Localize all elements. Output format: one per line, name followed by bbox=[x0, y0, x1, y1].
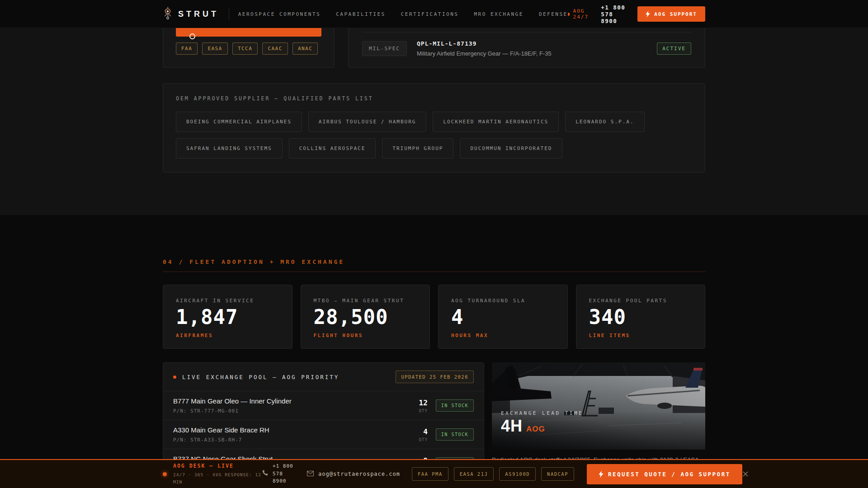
oem-chip-ducommun: DUCOMMUN INCORPORATED bbox=[460, 138, 562, 159]
stat-unit: FLIGHT HOURS bbox=[314, 333, 417, 338]
oem-supplier-card: OEM APPROVED SUPPLIER — QUALIFIED PARTS … bbox=[163, 83, 705, 173]
top-nav: STRUT AEROSPACE COMPONENTS CAPABILITIES … bbox=[0, 0, 868, 28]
pool-row-b777: B777 Main Gear Oleo — Inner Cylinder P/N… bbox=[163, 391, 484, 420]
footer-cert-badges: FAA PMA EASA 21J AS9100D NADCAP bbox=[412, 467, 574, 481]
milspec-tag: MIL-SPEC bbox=[362, 41, 407, 56]
aog-247-status: AOG 24/7 bbox=[568, 8, 590, 20]
brand-name: STRUT bbox=[178, 9, 219, 19]
pool-title: LIVE EXCHANGE POOL — AOG PRIORITY bbox=[182, 374, 396, 380]
oem-chip-triumph: TRIUMPH GROUP bbox=[382, 138, 453, 159]
badge-easa-21j: EASA 21J bbox=[454, 467, 494, 481]
stat-label: AOG TURNAROUND SLA bbox=[451, 298, 555, 304]
request-quote-button[interactable]: REQUEST QUOTE / AOG SUPPORT bbox=[587, 464, 742, 484]
strut-logo-icon bbox=[163, 6, 173, 22]
brand[interactable]: STRUT bbox=[163, 6, 219, 22]
exchange-lead-unit: AOG bbox=[526, 425, 545, 434]
badge-faa: FAA bbox=[176, 42, 198, 55]
footer-email-link[interactable]: aog@strutaerospace.com bbox=[307, 470, 400, 478]
nav-phone-link[interactable]: +1 800 578 8900 bbox=[601, 4, 627, 24]
live-dot-icon bbox=[173, 375, 176, 379]
pool-row-a330: A330 Main Gear Side Brace RH P/N: STR-A3… bbox=[163, 420, 484, 449]
phone-icon bbox=[262, 470, 268, 478]
stat-mtbo: MTBO — MAIN GEAR STRUT 28,500 FLIGHT HOU… bbox=[301, 285, 430, 349]
milspec-description: Military Airfield Emergency Gear — F/A-1… bbox=[417, 50, 657, 57]
part-number: P/N: STR-A33-SB-RH-7 bbox=[173, 437, 412, 443]
nav-link-defense[interactable]: DEFENSE bbox=[539, 11, 568, 17]
section-heading: 04 / FLEET ADOPTION + MRO EXCHANGE bbox=[163, 258, 705, 265]
aog-desk-status: AOG DESK — LIVE 24/7 · 365 · AVG RESPONS… bbox=[173, 463, 262, 485]
badge-as9100d: AS9100D bbox=[499, 467, 536, 481]
section-rule bbox=[163, 272, 705, 272]
stat-exchange-pool: EXCHANGE POOL PARTS 340 LINE ITEMS bbox=[576, 285, 706, 349]
stat-aircraft-in-service: AIRCRAFT IN SERVICE 1,847 AIRFRAMES bbox=[163, 285, 292, 349]
hangar-photo: EXCHANGE LEAD TIME 4H AOG bbox=[492, 362, 705, 450]
stat-unit: LINE ITEMS bbox=[589, 333, 693, 338]
badge-faa-pma: FAA PMA bbox=[412, 467, 448, 481]
nav-link-mro-exchange[interactable]: MRO EXCHANGE bbox=[474, 11, 523, 17]
nav-link-certifications[interactable]: CERTIFICATIONS bbox=[401, 11, 459, 17]
stat-value: 1,847 bbox=[176, 307, 279, 327]
certifications-section: FAA EASA TCCA CAAC ANAC MIL-SPEC QPL-MIL… bbox=[0, 0, 868, 215]
badge-caac: CAAC bbox=[262, 42, 288, 55]
stat-label: AIRCRAFT IN SERVICE bbox=[176, 298, 279, 304]
aog-desk-title: AOG DESK — LIVE bbox=[173, 463, 262, 469]
fleet-mro-section: 04 / FLEET ADOPTION + MRO EXCHANGE AIRCR… bbox=[0, 215, 868, 488]
oem-chip-collins: COLLINS AEROSPACE bbox=[289, 138, 376, 159]
live-dot-icon bbox=[568, 13, 570, 16]
badge-easa: EASA bbox=[202, 42, 228, 55]
exchange-lead-value: 4H bbox=[501, 417, 523, 436]
oem-title: OEM APPROVED SUPPLIER — QUALIFIED PARTS … bbox=[176, 95, 692, 102]
nav-links: AEROSPACE COMPONENTS CAPABILITIES CERTIF… bbox=[238, 11, 568, 17]
oem-chip-boeing: BOEING COMMERCIAL AIRPLANES bbox=[176, 112, 302, 132]
oem-chip-airbus: AIRBUS TOULOUSE / HAMBURG bbox=[308, 112, 427, 132]
stat-unit: AIRFRAMES bbox=[176, 333, 279, 338]
stat-value: 28,500 bbox=[314, 307, 417, 327]
qty-label: QTY bbox=[412, 437, 428, 442]
nav-divider bbox=[229, 9, 229, 19]
envelope-icon bbox=[307, 470, 314, 478]
bolt-icon bbox=[646, 11, 650, 17]
nav-link-aerospace-components[interactable]: AEROSPACE COMPONENTS bbox=[238, 11, 321, 17]
part-name: B777 Main Gear Oleo — Inner Cylinder bbox=[173, 397, 412, 405]
part-name: A330 Main Gear Side Brace RH bbox=[173, 426, 412, 434]
milspec-row: MIL-SPEC QPL-MIL-L-87139 Military Airfie… bbox=[362, 32, 691, 65]
stat-label: EXCHANGE POOL PARTS bbox=[589, 298, 693, 304]
exchange-lead-label: EXCHANGE LEAD TIME bbox=[501, 410, 583, 416]
oem-chip-safran: SAFRAN LANDING SYSTEMS bbox=[176, 138, 283, 159]
stat-unit: HOURS MAX bbox=[451, 333, 555, 338]
footer-email-text: aog@strutaerospace.com bbox=[318, 471, 400, 477]
oem-chip-lockheed: LOCKHEED MARTIN AERONAUTICS bbox=[433, 112, 559, 132]
badge-anac: ANAC bbox=[292, 42, 318, 55]
stats-grid: AIRCRAFT IN SERVICE 1,847 AIRFRAMES MTBO… bbox=[163, 285, 705, 349]
footer-phone-text: +1 800 578 8900 bbox=[273, 463, 295, 485]
stat-label: MTBO — MAIN GEAR STRUT bbox=[314, 298, 417, 304]
aog-support-button[interactable]: AOG SUPPORT bbox=[637, 6, 705, 22]
part-number: P/N: STR-777-MG-001 bbox=[173, 408, 412, 414]
stat-aog-sla: AOG TURNAROUND SLA 4 HOURS MAX bbox=[438, 285, 568, 349]
live-dot-icon bbox=[163, 472, 167, 476]
authority-badges: FAA EASA TCCA CAAC ANAC bbox=[176, 42, 321, 55]
milspec-status-badge: ACTIVE bbox=[657, 42, 691, 55]
aog-desk-subtitle: 24/7 · 365 · AVG RESPONSE: 12 MIN bbox=[173, 471, 262, 485]
aog-desk-bar: AOG DESK — LIVE 24/7 · 365 · AVG RESPONS… bbox=[0, 459, 868, 488]
badge-nadcap: NADCAP bbox=[541, 467, 574, 481]
qty-value: 12 bbox=[412, 399, 428, 407]
badge-tcca: TCCA bbox=[232, 42, 258, 55]
milspec-code: QPL-MIL-L-87139 bbox=[417, 40, 657, 47]
oem-chip-leonardo: LEONARDO S.P.A. bbox=[565, 112, 644, 132]
qty-label: QTY bbox=[412, 408, 428, 413]
stat-value: 340 bbox=[589, 307, 693, 327]
nav-link-capabilities[interactable]: CAPABILITIES bbox=[336, 11, 385, 17]
stat-value: 4 bbox=[451, 307, 555, 327]
bolt-icon bbox=[599, 471, 604, 478]
oem-supplier-chips: BOEING COMMERCIAL AIRPLANES AIRBUS TOULO… bbox=[176, 112, 692, 159]
download-icon bbox=[189, 33, 195, 39]
updated-badge: UPDATED 25 FEB 2026 bbox=[396, 371, 474, 383]
close-icon[interactable] bbox=[742, 471, 749, 477]
footer-phone-link[interactable]: +1 800 578 8900 bbox=[262, 463, 295, 485]
stock-badge: IN STOCK bbox=[436, 399, 474, 412]
qty-value: 4 bbox=[412, 427, 428, 436]
stock-badge: IN STOCK bbox=[436, 428, 474, 441]
